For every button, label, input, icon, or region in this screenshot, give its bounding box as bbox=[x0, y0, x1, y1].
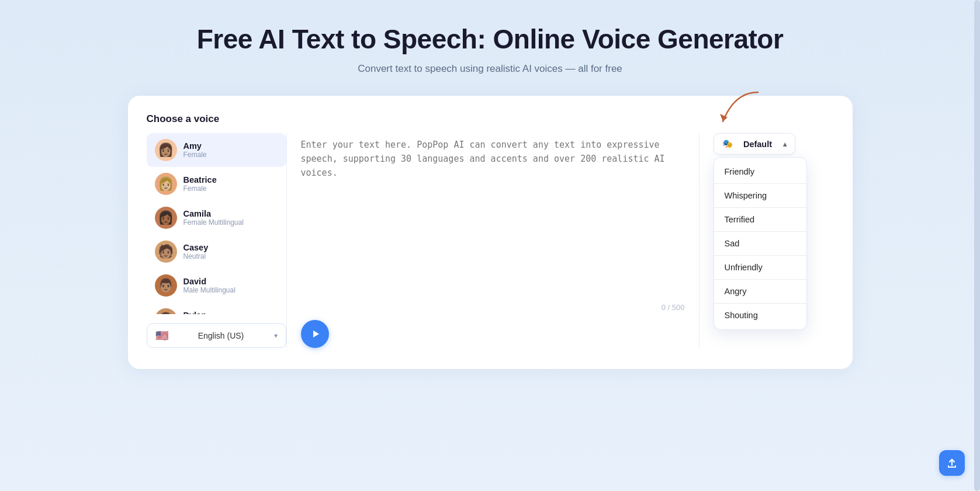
char-count: 0 / 500 bbox=[301, 298, 685, 314]
voice-name-david: David bbox=[183, 277, 236, 286]
style-option-shouting[interactable]: Shouting bbox=[714, 305, 806, 326]
voice-name-beatrice: Beatrice bbox=[183, 175, 217, 184]
style-option-terrified[interactable]: Terrified bbox=[714, 209, 806, 230]
text-column: 0 / 500 bbox=[287, 133, 699, 348]
language-label: English (US) bbox=[198, 331, 244, 340]
page-subtitle: Convert text to speech using realistic A… bbox=[358, 63, 622, 75]
play-button[interactable] bbox=[301, 320, 329, 348]
voice-avatar-camila: 👩🏾 bbox=[155, 207, 177, 229]
voice-gender-amy: Female bbox=[183, 151, 207, 159]
voice-list-column: 👩🏽 Amy Female 👩🏼 Beatrice Female 👩🏾 Cami… bbox=[147, 133, 287, 348]
page-background: Free AI Text to Speech: Online Voice Gen… bbox=[0, 0, 980, 491]
voice-name-amy: Amy bbox=[183, 141, 207, 151]
style-dropdown: FriendlyWhisperingTerrifiedSadUnfriendly… bbox=[714, 157, 807, 330]
page-title: Free AI Text to Speech: Online Voice Gen… bbox=[197, 23, 784, 55]
controls-column: 🎭 Default ▴ FriendlyWhisperingTerrifiedS… bbox=[699, 133, 834, 348]
dropdown-divider bbox=[714, 279, 806, 280]
chevron-up-icon: ▴ bbox=[783, 140, 787, 148]
voice-item-dylan[interactable]: 👨🏽 Dylan Male bbox=[147, 302, 286, 314]
style-option-friendly[interactable]: Friendly bbox=[714, 161, 806, 182]
language-selector[interactable]: 🇺🇸 English (US) ▾ bbox=[147, 323, 286, 348]
choose-voice-label: Choose a voice bbox=[147, 113, 834, 125]
voice-item-david[interactable]: 👨🏽 David Male Multilingual bbox=[147, 269, 286, 302]
main-card: Choose a voice 👩🏽 Amy Female 👩🏼 Beatrice… bbox=[128, 96, 853, 369]
voice-avatar-amy: 👩🏽 bbox=[155, 139, 177, 161]
dropdown-divider bbox=[714, 183, 806, 184]
voice-avatar-dylan: 👨🏽 bbox=[155, 308, 177, 314]
style-option-whispering[interactable]: Whispering bbox=[714, 185, 806, 206]
dropdown-divider bbox=[714, 207, 806, 208]
style-dropdown-wrapper: 🎭 Default ▴ FriendlyWhisperingTerrifiedS… bbox=[714, 133, 834, 155]
voice-name-camila: Camila bbox=[183, 209, 244, 218]
arrow-annotation bbox=[717, 89, 764, 133]
style-option-sad[interactable]: Sad bbox=[714, 233, 806, 254]
dropdown-divider bbox=[714, 255, 806, 256]
voice-item-camila[interactable]: 👩🏾 Camila Female Multilingual bbox=[147, 201, 286, 235]
style-icon: 🎭 bbox=[722, 139, 733, 149]
voice-item-amy[interactable]: 👩🏽 Amy Female bbox=[147, 133, 286, 167]
upload-button[interactable] bbox=[939, 450, 965, 476]
voice-name-dylan: Dylan bbox=[183, 311, 207, 314]
svg-marker-0 bbox=[313, 330, 319, 337]
voice-avatar-david: 👨🏽 bbox=[155, 274, 177, 297]
dropdown-divider bbox=[714, 303, 806, 304]
play-button-row bbox=[301, 320, 685, 348]
page-scrollbar[interactable] bbox=[974, 0, 980, 491]
voice-gender-david: Male Multilingual bbox=[183, 286, 236, 294]
voice-list: 👩🏽 Amy Female 👩🏼 Beatrice Female 👩🏾 Cami… bbox=[147, 133, 286, 314]
voice-avatar-casey: 🧑🏽 bbox=[155, 241, 177, 263]
text-input[interactable] bbox=[301, 133, 685, 298]
voice-gender-beatrice: Female bbox=[183, 184, 217, 193]
chevron-down-icon: ▾ bbox=[274, 332, 278, 340]
card-inner: 👩🏽 Amy Female 👩🏼 Beatrice Female 👩🏾 Cami… bbox=[147, 133, 834, 348]
style-option-angry[interactable]: Angry bbox=[714, 281, 806, 302]
dropdown-divider bbox=[714, 231, 806, 232]
voice-gender-casey: Neutral bbox=[183, 252, 209, 260]
voice-avatar-beatrice: 👩🏼 bbox=[155, 173, 177, 195]
voice-gender-camila: Female Multilingual bbox=[183, 218, 244, 227]
voice-item-beatrice[interactable]: 👩🏼 Beatrice Female bbox=[147, 167, 286, 201]
voice-item-casey[interactable]: 🧑🏽 Casey Neutral bbox=[147, 235, 286, 269]
style-button[interactable]: 🎭 Default ▴ bbox=[714, 133, 795, 155]
style-option-unfriendly[interactable]: Unfriendly bbox=[714, 257, 806, 278]
voice-name-casey: Casey bbox=[183, 243, 209, 252]
language-flag: 🇺🇸 bbox=[155, 329, 168, 342]
style-label: Default bbox=[743, 140, 772, 149]
